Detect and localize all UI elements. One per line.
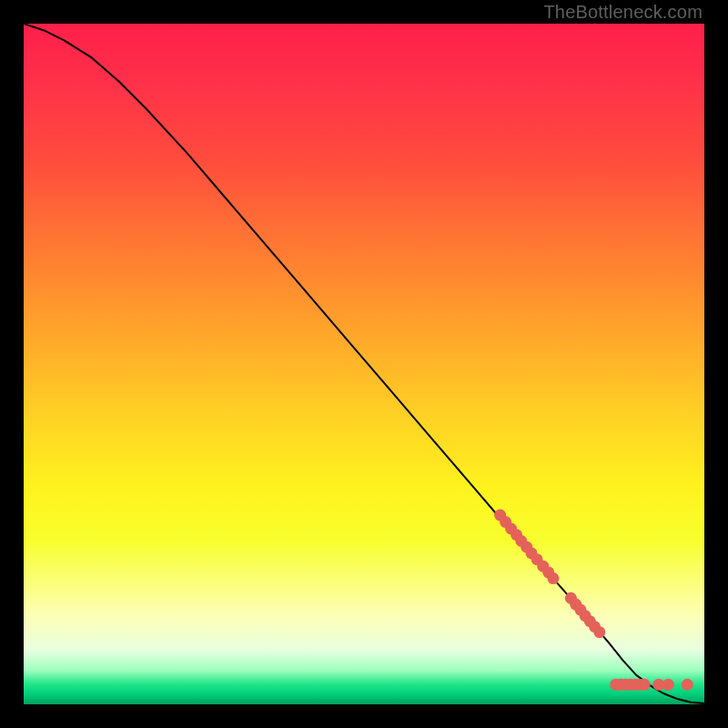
plot-area (24, 24, 704, 704)
chart-frame: TheBottleneck.com (0, 0, 728, 728)
watermark-text: TheBottleneck.com (543, 2, 703, 23)
